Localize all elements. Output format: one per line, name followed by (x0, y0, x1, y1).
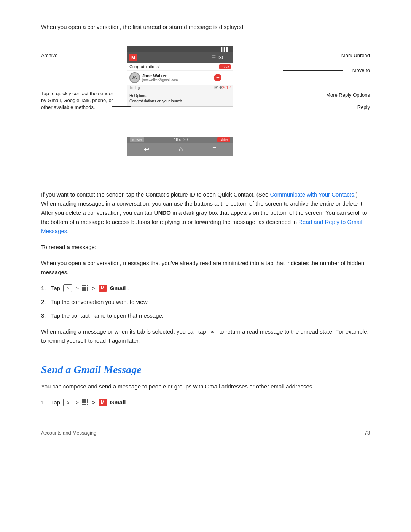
home-glyph-2: ⌂ (67, 399, 69, 406)
avatar: JW (129, 72, 140, 83)
home-icon-1: ⌂ (63, 284, 72, 292)
step2-text: Tap the conversation you want to view. (51, 297, 149, 307)
home-nav-icon: ⌂ (179, 145, 183, 153)
send-numbered-list: 1. Tap ⌂ > > M Gmail. (41, 398, 370, 407)
para1: If you want to contact the sender, tap t… (41, 190, 370, 236)
para3: When reading a message or when its tab i… (41, 327, 370, 345)
reread-label: To reread a message: (41, 243, 370, 252)
label-archive: Archive (41, 52, 57, 59)
diagram-area: Archive Mark Unread Move to ▌▌▌ M ☰ ✉ ⋮ … (41, 42, 370, 179)
step3-text: Tap the contact name to open that messag… (51, 311, 164, 320)
send-arrow1: > (75, 398, 79, 407)
greeting-line: Hi Optimus (129, 93, 231, 99)
to-row: To: Lg 9/14/2012 (127, 85, 233, 91)
sender-row: JW Jane Walker janewalker@gmail.com ↩ ⋮ (127, 71, 233, 85)
send-step1-num: 1. (41, 398, 49, 407)
sender-name: Jane Walker (142, 73, 212, 78)
date-plain: 9/14/ (214, 86, 222, 90)
date-text: 9/14/2012 (214, 86, 231, 90)
body-line: Congratulations on your launch. (129, 99, 231, 104)
step2-num: 2. (41, 297, 49, 307)
step1-tap: Tap (51, 284, 60, 293)
label-move-to: Move to (352, 67, 370, 74)
grid-icon-2 (82, 399, 89, 406)
reply-button: ↩ (214, 74, 221, 81)
label-reply: Reply (357, 104, 370, 111)
section-heading: Send a Gmail Message (41, 364, 370, 376)
footer-left: Accounts and Messaging (41, 430, 96, 436)
gmail-icon-2: M (99, 399, 107, 406)
phone-screen: ▌▌▌ M ☰ ✉ ⋮ Congratulations! Inbox JW Ja… (127, 46, 233, 107)
intro-text: When you open a conversation, the first … (41, 23, 370, 32)
reply-line (268, 108, 352, 108)
nav-bar-top: Newer 18 of 20 Older (127, 137, 233, 143)
subject-row: Congratulations! Inbox (127, 63, 233, 71)
unread-envelope-icon: ✉ (209, 329, 217, 335)
step1-num: 1. (41, 284, 49, 293)
newer-button: Newer (130, 137, 144, 142)
back-nav-icon: ↩ (144, 145, 150, 153)
page-footer: Accounts and Messaging 73 (41, 430, 370, 436)
home-icon-2: ⌂ (63, 399, 72, 406)
label-mark-unread: Mark Unread (341, 52, 370, 59)
signal-icon: ▌▌▌ (221, 47, 229, 51)
list-item-2: 2. Tap the conversation you want to view… (41, 297, 370, 307)
sender-info: Jane Walker janewalker@gmail.com (142, 73, 212, 82)
step1-arrow2: > (92, 284, 96, 293)
phone-toolbar: M ☰ ✉ ⋮ (127, 52, 233, 63)
para3-text-before: When reading a message or when its tab i… (41, 328, 208, 335)
grid-icon-1 (82, 285, 89, 291)
subject-text: Congratulations! (129, 64, 160, 69)
send-step1-tap: Tap (51, 398, 60, 407)
archive-line (64, 56, 129, 56)
nav-bar: Newer 18 of 20 Older ↩ ⌂ ≡ (127, 137, 233, 177)
more-toolbar-icon: ⋮ (225, 54, 231, 61)
send-list-item-1: 1. Tap ⌂ > > M Gmail. (41, 398, 370, 407)
para1-end: . (67, 228, 68, 234)
send-arrow2: > (92, 398, 96, 407)
nav-bar-bottom: ↩ ⌂ ≡ (127, 143, 233, 156)
para4: You can compose and send a message to pe… (41, 382, 370, 391)
page-count: 18 of 20 (174, 137, 188, 142)
gmail-m-toolbar-icon: M (129, 54, 137, 61)
toolbar-icons: ☰ ✉ ⋮ (211, 54, 231, 61)
para2: When you open a conversation, messages t… (41, 259, 370, 277)
footer-page-number: 73 (365, 430, 370, 436)
mark-unread-line (283, 56, 325, 56)
list-item-3: 3. Tap the contact name to open that mes… (41, 311, 370, 320)
sender-email: janewalker@gmail.com (142, 78, 212, 82)
home-glyph-1: ⌂ (67, 284, 69, 292)
step1-gmail: Gmail (110, 284, 126, 293)
communicate-link[interactable]: Communicate with Your Contacts (270, 191, 354, 198)
gmail-icon-1: M (99, 285, 107, 292)
more-reply-line (268, 96, 305, 96)
archive-toolbar-icon: ☰ (211, 54, 216, 61)
status-bar: ▌▌▌ (127, 46, 233, 52)
tap-quickly-line (112, 106, 131, 107)
list-item-1: 1. Tap ⌂ > > M Gmail. (41, 284, 370, 293)
step1-arrow1: > (75, 284, 79, 293)
message-body: Hi Optimus Congratulations on your launc… (127, 91, 233, 106)
older-button: Older (217, 137, 230, 142)
label-tap-quickly: Tap to quickly contact the sender by Gma… (41, 90, 115, 111)
more-options-icon: ⋮ (225, 75, 231, 81)
numbered-list: 1. Tap ⌂ > > M Gmail. 2. Tap the convers… (41, 284, 370, 320)
menu-nav-icon: ≡ (212, 145, 217, 153)
undo-bold: UNDO (154, 209, 171, 216)
para1-text-before: If you want to contact the sender, tap t… (41, 191, 270, 198)
label-more-reply-options: More Reply Options (326, 92, 370, 99)
send-step1-gmail: Gmail (110, 398, 126, 407)
step3-num: 3. (41, 311, 49, 320)
inbox-badge: Inbox (219, 64, 231, 69)
email-toolbar-icon: ✉ (218, 54, 223, 61)
move-to-line (283, 70, 343, 71)
date-year: 2012 (222, 86, 231, 90)
to-label: To: Lg (129, 86, 140, 90)
